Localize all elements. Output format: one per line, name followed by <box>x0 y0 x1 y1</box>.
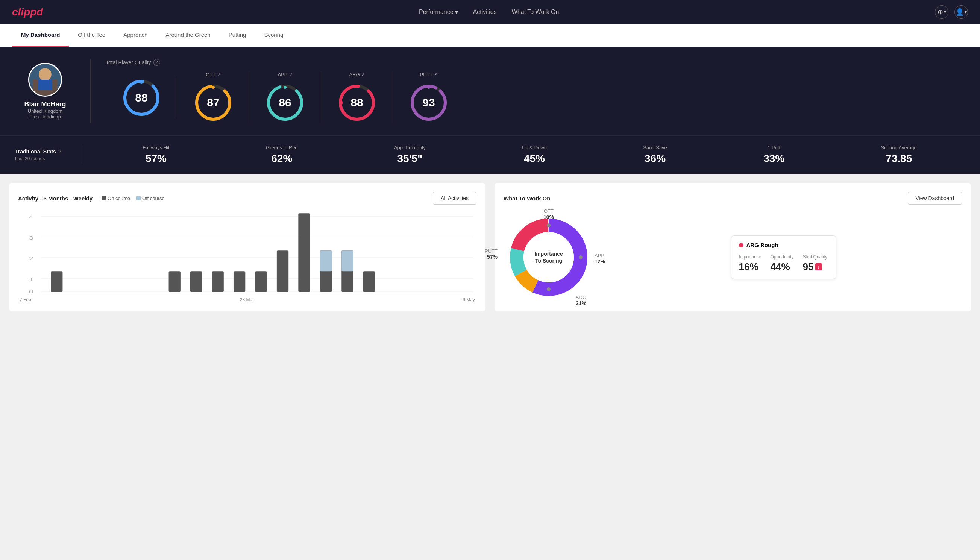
chevron-down-icon: ▾ <box>965 9 967 15</box>
gauge-app: APP ↗ 86 <box>249 72 321 123</box>
svg-point-48 <box>579 255 582 259</box>
arg-label: ARG ↗ <box>349 72 364 77</box>
panels: Activity - 3 Months - Weekly On course O… <box>0 174 980 320</box>
putt-arrow: ↗ <box>434 72 438 77</box>
svg-rect-38 <box>320 250 332 271</box>
tab-approach[interactable]: Approach <box>114 24 156 47</box>
oncourse-label: On course <box>108 195 130 201</box>
app-arrow: ↗ <box>289 72 293 77</box>
tab-around-the-green[interactable]: Around the Green <box>156 24 219 47</box>
putt-score: 93 <box>422 96 435 109</box>
svg-text:2: 2 <box>29 256 33 262</box>
stat-sandsave: Sand Save 36% <box>632 145 678 165</box>
svg-point-49 <box>547 287 551 291</box>
putt-label: PUTT ↗ <box>420 72 438 77</box>
hero-section: Blair McHarg United Kingdom Plus Handica… <box>0 47 980 135</box>
nav-links: Performance ▾ Activities What To Work On <box>419 8 559 16</box>
add-button[interactable]: ⊕ ▾ <box>935 5 948 19</box>
nav-what-to-work-on[interactable]: What To Work On <box>512 8 559 15</box>
stat-gir: Greens In Reg 62% <box>255 145 308 165</box>
x-label-mar: 28 Mar <box>240 297 254 302</box>
stat-updown: Up & Down 45% <box>511 145 557 165</box>
main-score: 88 <box>135 92 147 104</box>
svg-text:4: 4 <box>29 214 33 220</box>
x-label-feb: 7 Feb <box>20 297 31 302</box>
gauge-putt: PUTT ↗ 93 <box>393 72 464 123</box>
donut-area: OTT 10% APP 12% ARG 21% PUTT 57% <box>504 212 962 302</box>
app-label: APP ↗ <box>278 72 292 77</box>
quality-section: Total Player Quality ? 88 <box>106 59 965 123</box>
info-card: ARG Rough Importance 16% Opportunity 44%… <box>731 235 836 279</box>
info-card-title: ARG Rough <box>739 242 829 248</box>
dot-red <box>739 243 744 247</box>
wtwon-title: What To Work On <box>504 195 550 202</box>
svg-point-9 <box>212 86 215 89</box>
svg-text:3: 3 <box>29 235 33 241</box>
user-menu[interactable]: 👤 ▾ <box>954 5 968 19</box>
tab-putting[interactable]: Putting <box>220 24 255 47</box>
stats-row: Traditional Stats ? Last 20 rounds Fairw… <box>0 135 980 174</box>
svg-rect-32 <box>212 271 223 292</box>
offcourse-label: Off course <box>142 195 165 201</box>
avatar <box>28 63 62 97</box>
tab-my-dashboard[interactable]: My Dashboard <box>12 24 69 47</box>
chevron-down-icon: ▾ <box>944 9 946 15</box>
tab-off-the-tee[interactable]: Off the Tee <box>69 24 114 47</box>
plus-icon: ⊕ <box>937 8 943 16</box>
metric-shot-quality: Shot Quality 95 ↓ <box>803 254 827 273</box>
gauge-ott: OTT ↗ 87 <box>178 72 249 123</box>
player-handicap: Plus Handicap <box>29 114 61 120</box>
wtwon-header: What To Work On View Dashboard <box>504 192 962 205</box>
divider <box>90 59 91 123</box>
ott-arrow: ↗ <box>217 72 221 77</box>
help-icon[interactable]: ? <box>153 59 160 66</box>
offcourse-dot <box>136 196 141 200</box>
svg-point-47 <box>547 223 551 227</box>
top-nav: clippd Performance ▾ Activities What To … <box>0 0 980 24</box>
shot-quality-badge: ↓ <box>815 263 822 270</box>
chart-x-labels: 7 Feb 28 Mar 9 May <box>18 297 476 302</box>
nav-right: ⊕ ▾ 👤 ▾ <box>935 5 968 19</box>
stat-group: Traditional Stats ? Last 20 rounds <box>15 148 83 161</box>
arg-arrow: ↗ <box>361 72 365 77</box>
activity-chart-svg: 4 3 2 1 0 <box>18 212 476 295</box>
ring-ott: 87 <box>193 82 234 123</box>
svg-rect-34 <box>255 271 266 292</box>
view-dashboard-button[interactable]: View Dashboard <box>908 192 962 205</box>
stat-proximity: App. Proximity 35'5" <box>384 145 436 165</box>
svg-text:1: 1 <box>29 277 33 282</box>
activity-title: Activity - 3 Months - Weekly <box>18 195 93 202</box>
svg-point-18 <box>427 86 430 89</box>
all-activities-button[interactable]: All Activities <box>433 192 476 205</box>
tab-scoring[interactable]: Scoring <box>255 24 292 47</box>
stat-oneputt: 1 Putt 33% <box>753 145 795 165</box>
what-to-work-on-panel: What To Work On View Dashboard OTT 10% A… <box>494 183 971 312</box>
nav-activities[interactable]: Activities <box>473 8 497 15</box>
svg-rect-3 <box>38 80 52 90</box>
gauge-arg: ARG ↗ 88 <box>321 72 393 123</box>
x-label-may: 9 May <box>463 297 475 302</box>
info-metrics: Importance 16% Opportunity 44% Shot Qual… <box>739 254 829 273</box>
ott-label: OTT ↗ <box>206 72 221 77</box>
nav-performance[interactable]: Performance ▾ <box>419 8 458 16</box>
logo[interactable]: clippd <box>12 6 43 18</box>
ring-app: 86 <box>265 82 306 123</box>
arg-label-outer: ARG 21% <box>576 295 586 306</box>
stats-help-icon[interactable]: ? <box>58 148 62 155</box>
oncourse-dot <box>101 196 106 200</box>
svg-rect-41 <box>363 271 375 292</box>
svg-rect-36 <box>298 213 310 292</box>
svg-rect-40 <box>341 250 353 271</box>
tab-bar: My Dashboard Off the Tee Approach Around… <box>0 24 980 47</box>
svg-point-6 <box>140 81 143 84</box>
arg-score: 88 <box>351 96 363 109</box>
donut-center: Importance To Scoring <box>534 250 562 264</box>
app-label-outer: APP 12% <box>594 253 605 264</box>
svg-rect-33 <box>233 271 245 292</box>
putt-label-outer: PUTT 57% <box>485 248 497 260</box>
ring-putt: 93 <box>408 82 449 123</box>
stat-items: Fairways Hit 57% Greens In Reg 62% App. … <box>83 145 965 165</box>
svg-point-15 <box>340 101 343 104</box>
gauges: 88 OTT ↗ 87 <box>106 72 965 123</box>
svg-rect-35 <box>277 250 288 292</box>
